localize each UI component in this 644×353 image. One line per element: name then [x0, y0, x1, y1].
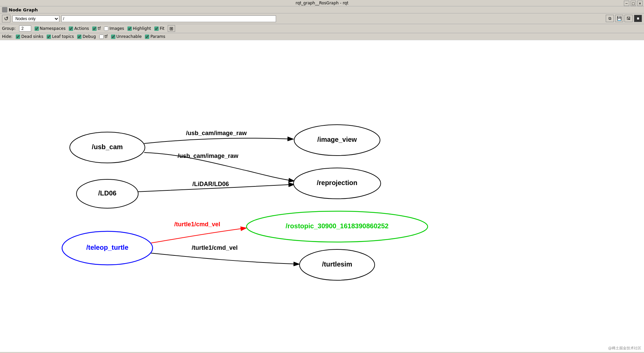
hide-label: Hide: — [2, 34, 12, 39]
edge-usb-cam-image-view — [144, 138, 293, 143]
actions-checkbox[interactable] — [69, 26, 73, 31]
params-label[interactable]: Params — [145, 34, 165, 39]
app-title: Node Graph — [9, 7, 38, 12]
right-buttons: ⧉ 💾 🖫 ■ — [606, 15, 642, 22]
edge-label-usb-cam-image-raw-2: /usb_cam/image_raw — [177, 153, 238, 159]
graph-area[interactable]: /usb_cam/image_raw /usb_cam/image_raw /L… — [0, 40, 644, 352]
actions-label[interactable]: Actions — [69, 26, 89, 31]
node-label-teleop-turtle: /teleop_turtle — [86, 244, 128, 251]
window-controls[interactable]: ─ □ ✕ — [624, 1, 643, 6]
params-checkbox[interactable] — [145, 35, 149, 39]
images-checkbox[interactable] — [104, 26, 108, 31]
edge-label-cmd-vel-red: /turtle1/cmd_vel — [174, 221, 220, 228]
maximize-button[interactable]: □ — [631, 1, 636, 6]
namespaces-label[interactable]: Namespaces — [35, 26, 66, 31]
refresh-icon: ↺ — [4, 15, 8, 22]
mode-select[interactable]: Nodes only Nodes/Topics (active) Nodes/T… — [12, 15, 59, 22]
edge-label-usb-cam-image-raw-1: /usb_cam/image_raw — [186, 130, 247, 136]
minimize-button[interactable]: ─ — [624, 1, 629, 6]
options-bar: Group: Namespaces Actions tf Images High… — [0, 24, 644, 33]
hide-tf-label[interactable]: tf — [99, 34, 108, 39]
toolbar: ↺ Nodes only Nodes/Topics (active) Nodes… — [0, 13, 644, 24]
dead-sinks-checkbox[interactable] — [16, 35, 20, 39]
highlight-checkbox[interactable] — [127, 26, 132, 31]
dead-sinks-label[interactable]: Dead sinks — [16, 34, 43, 39]
filter-input[interactable] — [61, 15, 276, 22]
leaf-topics-label[interactable]: Leaf topics — [47, 34, 74, 39]
node-label-reprojection: /reprojection — [317, 179, 357, 186]
fit-label[interactable]: Fit — [154, 26, 164, 31]
node-label-rostopic: /rostopic_30900_1618390860252 — [286, 222, 389, 230]
title-bar: rqt_graph__RosGraph - rqt ─ □ ✕ — [0, 0, 644, 6]
edge-teleop-turtlesim — [151, 253, 300, 264]
edge-teleop-rostopic — [151, 228, 247, 243]
debug-checkbox[interactable] — [77, 35, 82, 39]
hide-tf-checkbox[interactable] — [99, 35, 104, 39]
tf-option-checkbox[interactable] — [92, 26, 97, 31]
node-label-ld06: /LD06 — [98, 189, 116, 197]
edge-label-lidar-ld06: /LiDAR/LD06 — [192, 181, 229, 187]
group-label: Group: — [2, 26, 16, 31]
graph-svg: /usb_cam/image_raw /usb_cam/image_raw /L… — [0, 40, 644, 352]
unreachable-checkbox[interactable] — [111, 35, 115, 39]
color-button[interactable]: ■ — [634, 15, 642, 22]
node-label-image-view: /image_view — [317, 136, 357, 143]
images-label[interactable]: Images — [104, 26, 124, 31]
app-icon — [2, 7, 7, 12]
copy-button[interactable]: ⧉ — [606, 15, 614, 22]
group-input[interactable] — [19, 25, 31, 32]
node-label-turtlesim: /turtlesim — [322, 260, 352, 268]
hide-bar: Hide: Dead sinks Leaf topics Debug tf Un… — [0, 33, 644, 40]
export-button[interactable]: 🖫 — [625, 15, 633, 22]
edge-label-cmd-vel-black: /turtle1/cmd_vel — [192, 244, 237, 251]
debug-label[interactable]: Debug — [77, 34, 96, 39]
app-titlebar: Node Graph — [0, 6, 644, 13]
watermark: @稀土掘金技术社区 — [608, 346, 641, 351]
refresh-button[interactable]: ↺ — [2, 15, 10, 22]
fit-checkbox[interactable] — [154, 26, 159, 31]
save-button[interactable]: 💾 — [615, 15, 623, 22]
close-button[interactable]: ✕ — [637, 1, 643, 6]
namespaces-checkbox[interactable] — [35, 26, 39, 31]
table-button[interactable]: ⊞ — [168, 25, 175, 32]
tf-option-label[interactable]: tf — [92, 26, 101, 31]
node-label-usb-cam: /usb_cam — [92, 143, 123, 151]
leaf-topics-checkbox[interactable] — [47, 35, 51, 39]
unreachable-label[interactable]: Unreachable — [111, 34, 142, 39]
window-title: rqt_graph__RosGraph - rqt — [296, 1, 348, 5]
highlight-label[interactable]: Highlight — [127, 26, 151, 31]
app-container: Node Graph ↺ Nodes only Nodes/Topics (ac… — [0, 6, 644, 352]
